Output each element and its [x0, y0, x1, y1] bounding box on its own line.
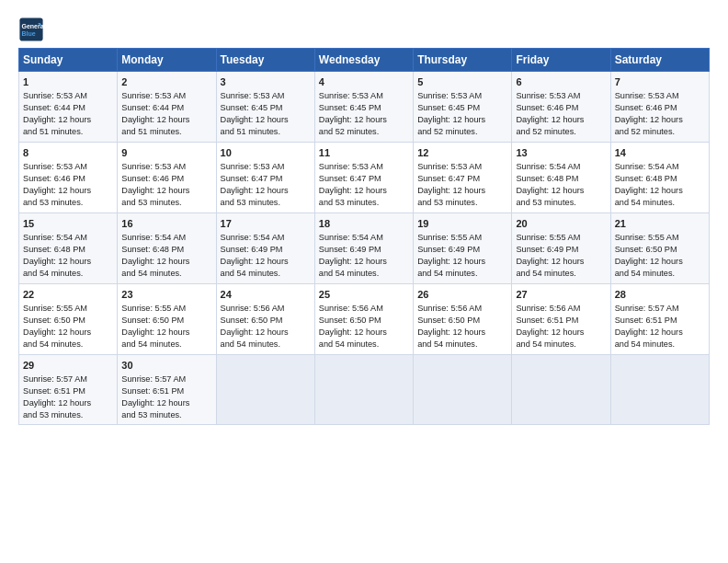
day-number: 9	[121, 146, 211, 160]
day-number: 15	[23, 217, 113, 231]
day-number: 11	[319, 146, 409, 160]
calendar-cell	[512, 354, 610, 425]
day-number: 26	[417, 288, 507, 302]
cell-text: Sunset: 6:46 PM	[121, 173, 211, 185]
cell-text: Daylight: 12 hours	[23, 397, 113, 409]
cell-text: Daylight: 12 hours	[319, 327, 409, 339]
cell-text: and 53 minutes.	[319, 197, 409, 209]
cell-text: Sunrise: 5:55 AM	[23, 303, 113, 315]
cell-text: and 52 minutes.	[615, 126, 705, 138]
cell-text: Sunrise: 5:56 AM	[319, 303, 409, 315]
cell-text: Sunset: 6:48 PM	[615, 173, 705, 185]
cell-text: Sunrise: 5:54 AM	[319, 232, 409, 244]
cell-text: and 53 minutes.	[121, 197, 211, 209]
cell-text: Sunrise: 5:57 AM	[615, 303, 705, 315]
cell-text: Sunrise: 5:53 AM	[319, 90, 409, 102]
cell-text: Sunrise: 5:54 AM	[516, 161, 606, 173]
calendar-cell: 9Sunrise: 5:53 AMSunset: 6:46 PMDaylight…	[118, 142, 216, 213]
cell-text: Sunrise: 5:53 AM	[417, 90, 507, 102]
day-number: 24	[221, 288, 311, 302]
cell-text: and 53 minutes.	[23, 197, 113, 209]
cell-text: and 54 minutes.	[319, 268, 409, 280]
calendar-cell: 12Sunrise: 5:53 AMSunset: 6:47 PMDayligh…	[414, 142, 512, 213]
cell-text: and 54 minutes.	[516, 268, 606, 280]
cell-text: Sunrise: 5:53 AM	[221, 90, 311, 102]
cell-text: Sunrise: 5:53 AM	[615, 90, 705, 102]
cell-text: and 51 minutes.	[23, 126, 113, 138]
cell-text: Sunset: 6:47 PM	[221, 173, 311, 185]
cell-text: and 54 minutes.	[417, 339, 507, 350]
day-number: 18	[319, 217, 409, 231]
day-number: 17	[221, 217, 311, 231]
calendar-cell	[314, 354, 413, 425]
cell-text: and 53 minutes.	[121, 409, 211, 421]
cell-text: Sunset: 6:49 PM	[516, 244, 606, 256]
cell-text: and 54 minutes.	[615, 268, 705, 280]
col-friday: Friday	[512, 49, 610, 72]
cell-text: Sunrise: 5:53 AM	[121, 90, 211, 102]
cell-text: Sunset: 6:49 PM	[417, 244, 507, 256]
week-row-1: 1Sunrise: 5:53 AMSunset: 6:44 PMDaylight…	[19, 72, 710, 143]
cell-text: Sunset: 6:51 PM	[615, 315, 705, 327]
calendar-cell: 3Sunrise: 5:53 AMSunset: 6:45 PMDaylight…	[216, 72, 314, 143]
cell-text: Sunset: 6:50 PM	[615, 244, 705, 256]
cell-text: Daylight: 12 hours	[319, 114, 409, 126]
calendar-cell: 14Sunrise: 5:54 AMSunset: 6:48 PMDayligh…	[610, 142, 709, 213]
cell-text: Daylight: 12 hours	[121, 256, 211, 268]
cell-text: and 51 minutes.	[121, 126, 211, 138]
cell-text: Sunrise: 5:53 AM	[319, 161, 409, 173]
cell-text: and 51 minutes.	[221, 126, 311, 138]
calendar-cell: 2Sunrise: 5:53 AMSunset: 6:44 PMDaylight…	[118, 72, 216, 143]
day-number: 16	[121, 217, 211, 231]
cell-text: Daylight: 12 hours	[121, 185, 211, 197]
cell-text: and 52 minutes.	[319, 126, 409, 138]
cell-text: Daylight: 12 hours	[516, 256, 606, 268]
cell-text: Sunset: 6:48 PM	[23, 244, 113, 256]
day-number: 13	[516, 146, 606, 160]
calendar-cell: 15Sunrise: 5:54 AMSunset: 6:48 PMDayligh…	[19, 213, 118, 283]
cell-text: Daylight: 12 hours	[319, 256, 409, 268]
day-number: 4	[319, 75, 409, 89]
day-number: 5	[417, 75, 507, 89]
svg-rect-0	[19, 17, 42, 40]
cell-text: Sunset: 6:46 PM	[516, 102, 606, 114]
cell-text: Sunrise: 5:57 AM	[121, 373, 211, 385]
cell-text: Sunset: 6:50 PM	[121, 315, 211, 327]
cell-text: and 54 minutes.	[121, 339, 211, 350]
cell-text: and 54 minutes.	[221, 268, 311, 280]
cell-text: Sunrise: 5:56 AM	[221, 303, 311, 315]
calendar-cell: 5Sunrise: 5:53 AMSunset: 6:45 PMDaylight…	[414, 72, 512, 143]
cell-text: Sunset: 6:45 PM	[319, 102, 409, 114]
logo: General Blue	[18, 17, 48, 42]
col-sunday: Sunday	[19, 49, 118, 72]
cell-text: Sunrise: 5:55 AM	[417, 232, 507, 244]
cell-text: Daylight: 12 hours	[417, 256, 507, 268]
cell-text: Daylight: 12 hours	[417, 327, 507, 339]
calendar-body: 1Sunrise: 5:53 AMSunset: 6:44 PMDaylight…	[19, 72, 710, 425]
calendar-cell: 19Sunrise: 5:55 AMSunset: 6:49 PMDayligh…	[414, 213, 512, 283]
cell-text: Sunrise: 5:55 AM	[516, 232, 606, 244]
calendar-cell: 23Sunrise: 5:55 AMSunset: 6:50 PMDayligh…	[118, 283, 216, 354]
calendar-cell: 10Sunrise: 5:53 AMSunset: 6:47 PMDayligh…	[216, 142, 314, 213]
cell-text: Sunrise: 5:54 AM	[121, 232, 211, 244]
cell-text: Daylight: 12 hours	[221, 185, 311, 197]
cell-text: and 53 minutes.	[417, 197, 507, 209]
day-number: 22	[23, 288, 113, 302]
col-tuesday: Tuesday	[216, 49, 314, 72]
day-number: 12	[417, 146, 507, 160]
cell-text: and 54 minutes.	[23, 339, 113, 350]
calendar-cell	[216, 354, 314, 425]
cell-text: Sunrise: 5:53 AM	[23, 161, 113, 173]
cell-text: Sunrise: 5:56 AM	[516, 303, 606, 315]
day-number: 27	[516, 288, 606, 302]
calendar-cell: 21Sunrise: 5:55 AMSunset: 6:50 PMDayligh…	[610, 213, 709, 283]
calendar-table: Sunday Monday Tuesday Wednesday Thursday…	[18, 48, 710, 425]
cell-text: Daylight: 12 hours	[615, 114, 705, 126]
cell-text: Sunset: 6:50 PM	[23, 315, 113, 327]
cell-text: and 52 minutes.	[417, 126, 507, 138]
cell-text: Sunrise: 5:56 AM	[417, 303, 507, 315]
cell-text: Sunset: 6:44 PM	[121, 102, 211, 114]
cell-text: Daylight: 12 hours	[417, 185, 507, 197]
cell-text: Sunset: 6:51 PM	[516, 315, 606, 327]
day-number: 7	[615, 75, 705, 89]
